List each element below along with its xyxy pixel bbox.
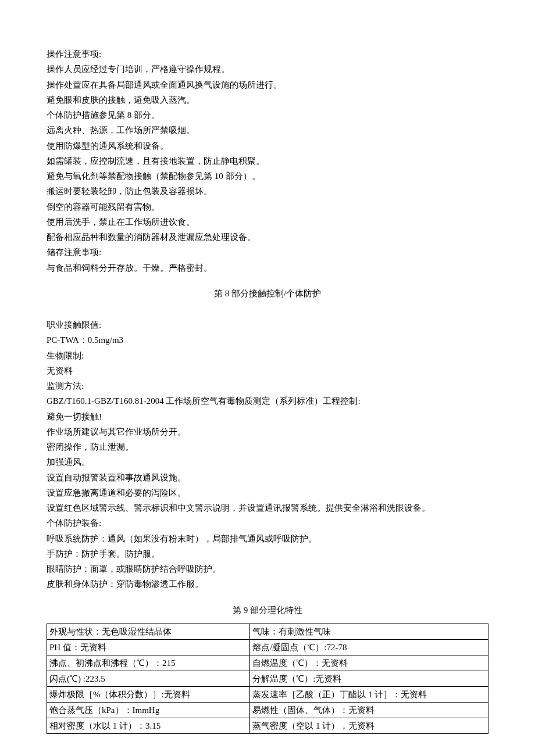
body-text: 避免一切接触! [47, 409, 488, 424]
body-text: 如需罐装，应控制流速，且有接地装置，防止静电积聚。 [47, 153, 488, 169]
body-text: 配备相应品种和数量的消防器材及泄漏应急处理设备。 [47, 230, 488, 245]
body-text: 皮肤和身体防护：穿防毒物渗透工作服。 [47, 576, 488, 592]
body-text: 生物限制: [47, 348, 488, 363]
body-text: PC-TWA：0.5mg/m3 [47, 332, 488, 347]
body-text: 设置红色区域警示线、警示标识和中文警示说明，并设置通讯报警系统。提供安全淋浴和洗… [47, 500, 488, 515]
body-text: 与食品和饲料分开存放。干燥。严格密封。 [47, 260, 488, 275]
property-cell-left: 闪点(℃) :223.5 [47, 671, 250, 686]
body-text: 个体防护措施参见第 8 部分。 [47, 108, 488, 123]
body-text: 加强通风。 [47, 454, 488, 470]
body-text: 使用防爆型的通风系统和设备。 [47, 138, 488, 153]
body-text: GBZ/T160.1-GBZ/T160.81-2004 工作场所空气有毒物质测定… [47, 393, 488, 409]
property-cell-right: 自燃温度（℃）：无资料 [250, 655, 488, 671]
property-cell-right: 熔点/凝固点（℃）:72-78 [250, 639, 488, 655]
body-text: 操作注意事项: [47, 46, 488, 62]
body-text: 避免与氧化剂等禁配物接触（禁配物参见第 10 部分）。 [47, 169, 488, 184]
property-cell-right: 气味：有刺激性气味 [250, 624, 488, 639]
body-text: 呼吸系统防护：通风（如果没有粉末时），局部排气通风或呼吸防护。 [47, 531, 488, 546]
body-text: 眼睛防护：面罩，或眼睛防护结合呼吸防护。 [47, 561, 488, 576]
table-row: 沸点、初沸点和沸程（℃）：215自燃温度（℃）：无资料 [47, 655, 488, 671]
body-text: 远离火种、热源，工作场所严禁吸烟。 [47, 123, 488, 138]
body-text: 使用后洗手，禁止在工作场所进饮食。 [47, 214, 488, 230]
property-cell-left: 沸点、初沸点和沸程（℃）：215 [47, 655, 250, 671]
table-row: 爆炸极限［%（体积分数）］:无资料蒸发速率［乙酸（正）丁酯以 1 计］：无资料 [47, 686, 488, 702]
body-text: 手防护：防护手套。防护服。 [47, 546, 488, 561]
body-text: 储存注意事项: [47, 245, 488, 260]
section9-title: 第 9 部分理化特性 [47, 603, 488, 618]
section8-content: 职业接触限值:PC-TWA：0.5mg/m3生物限制:无资料监测方法:GBZ/T… [47, 317, 488, 592]
property-cell-right: 蒸发速率［乙酸（正）丁酯以 1 计］：无资料 [250, 686, 488, 702]
body-text: 职业接触限值: [47, 317, 488, 332]
body-text: 倒空的容器可能残留有害物。 [47, 199, 488, 214]
property-cell-left: 外观与性状：无色吸湿性结晶体 [47, 624, 250, 639]
table-row: 闪点(℃) :223.5分解温度（℃）:无资料 [47, 671, 488, 686]
body-text: 密闭操作，防止泄漏。 [47, 439, 488, 454]
body-text: 避免眼和皮肤的接触，避免吸入蒸汽。 [47, 92, 488, 108]
body-text: 作业场所建议与其它作业场所分开。 [47, 424, 488, 439]
property-cell-left: 饱合蒸气压（kPa）：ImmHg [47, 702, 250, 718]
property-cell-left: 相对密度（水以 1 计）：3.15 [47, 718, 250, 733]
table-row: 饱合蒸气压（kPa）：ImmHg易燃性（固体、气体）：无资料 [47, 702, 488, 718]
property-cell-right: 易燃性（固体、气体）：无资料 [250, 702, 488, 718]
table-row: 外观与性状：无色吸湿性结晶体气味：有刺激性气味 [47, 624, 488, 639]
body-text: 设置应急撤离通道和必要的泻险区。 [47, 485, 488, 500]
table-row: 相对密度（水以 1 计）：3.15蒸气密度（空以 1 计），无资料 [47, 718, 488, 733]
physical-chemical-properties-table: 外观与性状：无色吸湿性结晶体气味：有刺激性气味PH 值：无资料熔点/凝固点（℃）… [47, 624, 488, 734]
body-text: 监测方法: [47, 378, 488, 393]
body-text: 设置自动报警装置和事故通风设施。 [47, 470, 488, 485]
body-text: 操作处置应在具备局部通风或全面通风换气设施的场所进行。 [47, 77, 488, 92]
property-cell-right: 蒸气密度（空以 1 计），无资料 [250, 718, 488, 733]
spacer [47, 307, 488, 317]
body-text: 个体防护装备: [47, 515, 488, 531]
property-cell-left: 爆炸极限［%（体积分数）］:无资料 [47, 686, 250, 702]
section8-title: 第 8 部分接触控制/个体防护 [47, 286, 488, 301]
body-text: 搬运时要轻装轻卸，防止包装及容器损坏。 [47, 184, 488, 199]
table-row: PH 值：无资料熔点/凝固点（℃）:72-78 [47, 639, 488, 655]
handling-storage-section: 操作注意事项:操作人员应经过专门培训，严格遵守操作规程。操作处置应在具备局部通风… [47, 46, 488, 275]
body-text: 无资料 [47, 363, 488, 378]
property-cell-right: 分解温度（℃）:无资料 [250, 671, 488, 686]
body-text: 操作人员应经过专门培训，严格遵守操作规程。 [47, 62, 488, 77]
property-cell-left: PH 值：无资料 [47, 639, 250, 655]
